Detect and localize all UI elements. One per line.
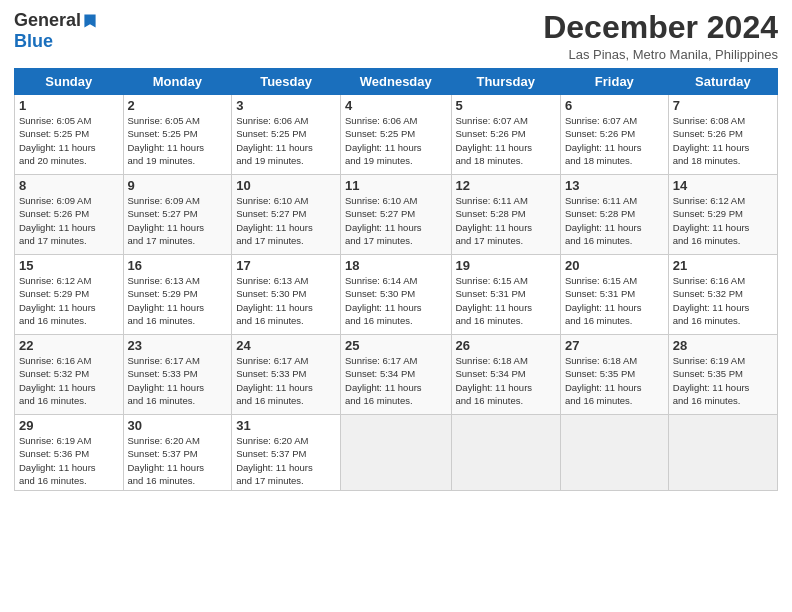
calendar-table: Sunday Monday Tuesday Wednesday Thursday… bbox=[14, 68, 778, 491]
calendar-cell: 1Sunrise: 6:05 AMSunset: 5:25 PMDaylight… bbox=[15, 95, 124, 175]
weekday-header-row: Sunday Monday Tuesday Wednesday Thursday… bbox=[15, 69, 778, 95]
calendar-cell: 29Sunrise: 6:19 AMSunset: 5:36 PMDayligh… bbox=[15, 415, 124, 491]
calendar-cell: 13Sunrise: 6:11 AMSunset: 5:28 PMDayligh… bbox=[560, 175, 668, 255]
calendar-cell: 26Sunrise: 6:18 AMSunset: 5:34 PMDayligh… bbox=[451, 335, 560, 415]
day-info: Sunrise: 6:08 AMSunset: 5:26 PMDaylight:… bbox=[673, 114, 773, 167]
day-number: 29 bbox=[19, 418, 119, 433]
logo: General Blue bbox=[14, 10, 98, 52]
calendar-cell: 24Sunrise: 6:17 AMSunset: 5:33 PMDayligh… bbox=[232, 335, 341, 415]
calendar-cell: 19Sunrise: 6:15 AMSunset: 5:31 PMDayligh… bbox=[451, 255, 560, 335]
day-info: Sunrise: 6:16 AMSunset: 5:32 PMDaylight:… bbox=[19, 354, 119, 407]
day-info: Sunrise: 6:05 AMSunset: 5:25 PMDaylight:… bbox=[19, 114, 119, 167]
day-number: 31 bbox=[236, 418, 336, 433]
day-number: 30 bbox=[128, 418, 228, 433]
day-info: Sunrise: 6:05 AMSunset: 5:25 PMDaylight:… bbox=[128, 114, 228, 167]
day-number: 4 bbox=[345, 98, 446, 113]
calendar-cell: 21Sunrise: 6:16 AMSunset: 5:32 PMDayligh… bbox=[668, 255, 777, 335]
svg-marker-0 bbox=[84, 14, 95, 27]
day-info: Sunrise: 6:07 AMSunset: 5:26 PMDaylight:… bbox=[565, 114, 664, 167]
header-wednesday: Wednesday bbox=[341, 69, 451, 95]
calendar-cell: 15Sunrise: 6:12 AMSunset: 5:29 PMDayligh… bbox=[15, 255, 124, 335]
day-info: Sunrise: 6:19 AMSunset: 5:35 PMDaylight:… bbox=[673, 354, 773, 407]
calendar-cell bbox=[451, 415, 560, 491]
header-tuesday: Tuesday bbox=[232, 69, 341, 95]
calendar-cell: 22Sunrise: 6:16 AMSunset: 5:32 PMDayligh… bbox=[15, 335, 124, 415]
day-number: 21 bbox=[673, 258, 773, 273]
calendar-cell: 20Sunrise: 6:15 AMSunset: 5:31 PMDayligh… bbox=[560, 255, 668, 335]
calendar-cell: 5Sunrise: 6:07 AMSunset: 5:26 PMDaylight… bbox=[451, 95, 560, 175]
day-number: 22 bbox=[19, 338, 119, 353]
calendar-cell: 2Sunrise: 6:05 AMSunset: 5:25 PMDaylight… bbox=[123, 95, 232, 175]
location-subtitle: Las Pinas, Metro Manila, Philippines bbox=[543, 47, 778, 62]
calendar-cell: 14Sunrise: 6:12 AMSunset: 5:29 PMDayligh… bbox=[668, 175, 777, 255]
day-info: Sunrise: 6:09 AMSunset: 5:27 PMDaylight:… bbox=[128, 194, 228, 247]
calendar-cell: 3Sunrise: 6:06 AMSunset: 5:25 PMDaylight… bbox=[232, 95, 341, 175]
page-container: General Blue December 2024 Las Pinas, Me… bbox=[0, 0, 792, 501]
day-number: 15 bbox=[19, 258, 119, 273]
day-info: Sunrise: 6:14 AMSunset: 5:30 PMDaylight:… bbox=[345, 274, 446, 327]
calendar-cell bbox=[560, 415, 668, 491]
day-number: 8 bbox=[19, 178, 119, 193]
calendar-cell: 9Sunrise: 6:09 AMSunset: 5:27 PMDaylight… bbox=[123, 175, 232, 255]
logo-blue-text: Blue bbox=[14, 31, 53, 51]
day-number: 10 bbox=[236, 178, 336, 193]
day-number: 28 bbox=[673, 338, 773, 353]
header-sunday: Sunday bbox=[15, 69, 124, 95]
header: General Blue December 2024 Las Pinas, Me… bbox=[14, 10, 778, 62]
calendar-cell: 10Sunrise: 6:10 AMSunset: 5:27 PMDayligh… bbox=[232, 175, 341, 255]
header-friday: Friday bbox=[560, 69, 668, 95]
day-number: 11 bbox=[345, 178, 446, 193]
calendar-cell: 4Sunrise: 6:06 AMSunset: 5:25 PMDaylight… bbox=[341, 95, 451, 175]
day-number: 24 bbox=[236, 338, 336, 353]
calendar-cell: 23Sunrise: 6:17 AMSunset: 5:33 PMDayligh… bbox=[123, 335, 232, 415]
day-number: 18 bbox=[345, 258, 446, 273]
day-info: Sunrise: 6:17 AMSunset: 5:33 PMDaylight:… bbox=[236, 354, 336, 407]
day-number: 16 bbox=[128, 258, 228, 273]
calendar-cell: 28Sunrise: 6:19 AMSunset: 5:35 PMDayligh… bbox=[668, 335, 777, 415]
header-saturday: Saturday bbox=[668, 69, 777, 95]
day-number: 3 bbox=[236, 98, 336, 113]
day-info: Sunrise: 6:10 AMSunset: 5:27 PMDaylight:… bbox=[345, 194, 446, 247]
day-info: Sunrise: 6:17 AMSunset: 5:34 PMDaylight:… bbox=[345, 354, 446, 407]
logo-flag-icon bbox=[82, 13, 98, 29]
day-info: Sunrise: 6:11 AMSunset: 5:28 PMDaylight:… bbox=[565, 194, 664, 247]
day-number: 26 bbox=[456, 338, 556, 353]
day-number: 25 bbox=[345, 338, 446, 353]
logo-general-text: General bbox=[14, 10, 81, 31]
day-number: 9 bbox=[128, 178, 228, 193]
calendar-cell: 8Sunrise: 6:09 AMSunset: 5:26 PMDaylight… bbox=[15, 175, 124, 255]
day-number: 27 bbox=[565, 338, 664, 353]
calendar-cell: 31Sunrise: 6:20 AMSunset: 5:37 PMDayligh… bbox=[232, 415, 341, 491]
day-info: Sunrise: 6:12 AMSunset: 5:29 PMDaylight:… bbox=[673, 194, 773, 247]
day-info: Sunrise: 6:06 AMSunset: 5:25 PMDaylight:… bbox=[345, 114, 446, 167]
day-info: Sunrise: 6:09 AMSunset: 5:26 PMDaylight:… bbox=[19, 194, 119, 247]
day-number: 5 bbox=[456, 98, 556, 113]
calendar-cell: 11Sunrise: 6:10 AMSunset: 5:27 PMDayligh… bbox=[341, 175, 451, 255]
calendar-cell: 12Sunrise: 6:11 AMSunset: 5:28 PMDayligh… bbox=[451, 175, 560, 255]
calendar-cell: 7Sunrise: 6:08 AMSunset: 5:26 PMDaylight… bbox=[668, 95, 777, 175]
day-number: 20 bbox=[565, 258, 664, 273]
day-info: Sunrise: 6:20 AMSunset: 5:37 PMDaylight:… bbox=[236, 434, 336, 487]
day-info: Sunrise: 6:07 AMSunset: 5:26 PMDaylight:… bbox=[456, 114, 556, 167]
header-thursday: Thursday bbox=[451, 69, 560, 95]
month-year-title: December 2024 bbox=[543, 10, 778, 45]
day-info: Sunrise: 6:12 AMSunset: 5:29 PMDaylight:… bbox=[19, 274, 119, 327]
day-number: 12 bbox=[456, 178, 556, 193]
calendar-cell: 16Sunrise: 6:13 AMSunset: 5:29 PMDayligh… bbox=[123, 255, 232, 335]
day-info: Sunrise: 6:18 AMSunset: 5:34 PMDaylight:… bbox=[456, 354, 556, 407]
day-number: 7 bbox=[673, 98, 773, 113]
header-monday: Monday bbox=[123, 69, 232, 95]
calendar-cell: 17Sunrise: 6:13 AMSunset: 5:30 PMDayligh… bbox=[232, 255, 341, 335]
calendar-cell bbox=[341, 415, 451, 491]
day-info: Sunrise: 6:20 AMSunset: 5:37 PMDaylight:… bbox=[128, 434, 228, 487]
day-info: Sunrise: 6:11 AMSunset: 5:28 PMDaylight:… bbox=[456, 194, 556, 247]
day-info: Sunrise: 6:16 AMSunset: 5:32 PMDaylight:… bbox=[673, 274, 773, 327]
day-info: Sunrise: 6:19 AMSunset: 5:36 PMDaylight:… bbox=[19, 434, 119, 487]
day-info: Sunrise: 6:18 AMSunset: 5:35 PMDaylight:… bbox=[565, 354, 664, 407]
day-number: 19 bbox=[456, 258, 556, 273]
title-block: December 2024 Las Pinas, Metro Manila, P… bbox=[543, 10, 778, 62]
calendar-cell: 25Sunrise: 6:17 AMSunset: 5:34 PMDayligh… bbox=[341, 335, 451, 415]
day-number: 23 bbox=[128, 338, 228, 353]
day-info: Sunrise: 6:13 AMSunset: 5:30 PMDaylight:… bbox=[236, 274, 336, 327]
day-info: Sunrise: 6:06 AMSunset: 5:25 PMDaylight:… bbox=[236, 114, 336, 167]
